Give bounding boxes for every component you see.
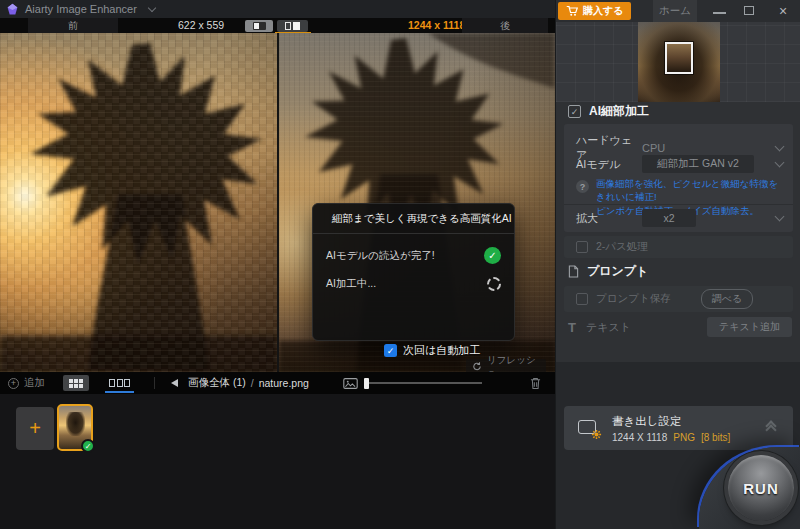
title-menu-chevron-icon[interactable] bbox=[148, 3, 156, 11]
image-thumbnail-nature[interactable]: ✓ bbox=[57, 404, 93, 451]
auto-process-checkbox[interactable]: ✓ bbox=[384, 344, 397, 357]
gear-icon bbox=[591, 429, 602, 440]
refresh-button[interactable]: リフレッシュ bbox=[466, 359, 546, 372]
export-size: 1244 X 1118 bbox=[612, 432, 667, 443]
maximize-button[interactable] bbox=[744, 6, 754, 15]
plus-glyph: + bbox=[11, 379, 16, 388]
dialog-title: 細部まで美しく再現できる高画質化AI bbox=[332, 212, 512, 226]
add-image-button[interactable]: + 追加 bbox=[8, 376, 45, 390]
check-glyph: ✓ bbox=[85, 442, 92, 451]
model-dropdown[interactable]: 細部加工 GAN v2 bbox=[642, 155, 754, 173]
bottom-toolbar: + 追加 画像全体 (1) / nature.png bbox=[0, 372, 555, 394]
plus-circle-icon: + bbox=[8, 378, 19, 389]
trash-icon bbox=[530, 377, 541, 390]
panel-divider bbox=[564, 204, 793, 205]
prompt-save-label: プロンプト保存 bbox=[596, 292, 671, 306]
two-pass-checkbox[interactable] bbox=[576, 241, 588, 253]
loading-spinner-icon bbox=[487, 277, 501, 291]
dialog-header: 細部まで美しく再現できる高画質化AI bbox=[313, 204, 514, 234]
view-mode-sidebyside-button[interactable] bbox=[245, 20, 273, 32]
refresh-icon bbox=[472, 361, 482, 372]
export-texts: 書き出し設定 1244 X 1118 PNG [8 bits] bbox=[612, 414, 730, 443]
export-format-line: 1244 X 1118 PNG [8 bits] bbox=[612, 432, 730, 443]
hardware-value: CPU bbox=[642, 142, 665, 154]
model-dropdown-chevron-icon[interactable] bbox=[775, 158, 785, 168]
breadcrumb-root[interactable]: 画像全体 (1) bbox=[188, 376, 246, 390]
model-value: 細部加工 GAN v2 bbox=[657, 157, 739, 171]
panel-bottom-zone: 書き出し設定 1244 X 1118 PNG [8 bits] RUN bbox=[556, 362, 800, 529]
tab-before[interactable]: 前 bbox=[28, 18, 118, 33]
text-add-button[interactable]: テキスト追加 bbox=[707, 317, 792, 337]
before-image bbox=[0, 33, 277, 372]
strip-view-button[interactable] bbox=[103, 375, 136, 391]
check-glyph: ✓ bbox=[488, 250, 496, 261]
app-logo-icon bbox=[6, 3, 19, 16]
settings-panel: 購入する ホーム × ✓ AI細部加工 ハードウェア CPU AIモデル bbox=[555, 0, 800, 529]
breadcrumb[interactable]: 画像全体 (1) / nature.png bbox=[188, 376, 309, 390]
tab-after[interactable]: 後 bbox=[462, 18, 548, 33]
dialog-step-processing: AI加工中... bbox=[326, 277, 501, 291]
thumbnail-size-control bbox=[343, 378, 482, 389]
prompt-save-row[interactable]: プロンプト保存 調べる bbox=[564, 286, 793, 312]
hardware-dropdown-chevron-icon[interactable] bbox=[775, 142, 785, 152]
navigator-image bbox=[638, 22, 720, 102]
buy-button[interactable]: 購入する bbox=[558, 2, 631, 20]
browse-label: 調べる bbox=[712, 293, 742, 304]
grid-view-button[interactable] bbox=[63, 375, 89, 391]
app-window: Aiarty Image Enhancer 前 622 x 559 1244 x… bbox=[0, 0, 800, 529]
hint-line1: 画像細部を強化、ピクセルと微細な特徴をきれいに補正! bbox=[596, 178, 778, 202]
minimize-button[interactable] bbox=[713, 12, 726, 14]
scale-dropdown[interactable]: x2 bbox=[642, 209, 696, 227]
strip-view-active-underline bbox=[105, 391, 134, 393]
prompt-section-header: プロンプト bbox=[568, 263, 648, 280]
add-label: 追加 bbox=[24, 376, 45, 390]
delete-button[interactable] bbox=[530, 377, 541, 390]
before-tab-label: 前 bbox=[68, 19, 78, 33]
split-view-icon bbox=[285, 22, 300, 30]
home-label: ホーム bbox=[659, 4, 691, 18]
cart-icon bbox=[566, 5, 578, 17]
slider-handle[interactable] bbox=[364, 378, 369, 389]
view-mode-split-button[interactable] bbox=[277, 20, 308, 32]
back-arrow-icon[interactable] bbox=[171, 379, 178, 387]
plus-glyph: + bbox=[29, 417, 41, 440]
scale-value: x2 bbox=[663, 212, 674, 224]
export-settings-bar[interactable]: 書き出し設定 1244 X 1118 PNG [8 bits] bbox=[564, 406, 793, 450]
thumbnail-size-slider[interactable] bbox=[364, 382, 482, 384]
processed-check-badge: ✓ bbox=[81, 439, 95, 453]
image-preview-area[interactable]: 細部まで美しく再現できる高画質化AI AIモデルの読込が完了! ✓ AI加工中.… bbox=[0, 33, 555, 372]
browse-button[interactable]: 調べる bbox=[701, 289, 753, 309]
image-size-icon bbox=[343, 378, 358, 389]
question-glyph: ? bbox=[580, 182, 586, 192]
sidebyside-icon bbox=[253, 22, 266, 30]
text-tool-icon: T bbox=[568, 320, 576, 335]
ai-progress-dialog: 細部まで美しく再現できる高画質化AI AIモデルの読込が完了! ✓ AI加工中.… bbox=[312, 203, 515, 341]
help-icon[interactable]: ? bbox=[576, 180, 589, 193]
export-expand-chevrons-icon[interactable] bbox=[767, 422, 775, 434]
after-tab-label: 後 bbox=[500, 19, 510, 33]
text-tool-row: T テキスト テキスト追加 bbox=[568, 317, 792, 337]
processing-text: AI加工中... bbox=[326, 277, 376, 291]
ai-detail-section[interactable]: ✓ AI細部加工 bbox=[568, 103, 649, 120]
close-button[interactable]: × bbox=[774, 2, 792, 20]
filmstrip: + ✓ bbox=[0, 394, 555, 529]
add-image-tile[interactable]: + bbox=[16, 407, 54, 450]
titlebar: Aiarty Image Enhancer bbox=[0, 0, 555, 18]
refresh-label: リフレッシュ bbox=[487, 354, 540, 373]
crop-region-box[interactable] bbox=[665, 42, 693, 74]
two-pass-row[interactable]: 2-パス処理 bbox=[564, 236, 793, 258]
run-label: RUN bbox=[743, 480, 779, 497]
thumbnail-image bbox=[66, 412, 85, 436]
home-button[interactable]: ホーム bbox=[653, 0, 697, 22]
scale-dropdown-chevron-icon[interactable] bbox=[775, 212, 785, 222]
dialog-step-model: AIモデルの読込が完了! ✓ bbox=[326, 247, 501, 264]
before-silhouette bbox=[0, 33, 277, 372]
export-settings-icon bbox=[578, 420, 600, 437]
model-loaded-text: AIモデルの読込が完了! bbox=[326, 249, 435, 263]
breadcrumb-file: nature.png bbox=[259, 377, 309, 389]
prompt-save-checkbox[interactable] bbox=[576, 293, 588, 305]
breadcrumb-separator: / bbox=[251, 377, 254, 389]
auto-process-checkbox-row[interactable]: ✓ 次回は自動加工 bbox=[384, 343, 480, 358]
ai-detail-checkbox[interactable]: ✓ bbox=[568, 105, 581, 118]
run-button[interactable]: RUN bbox=[728, 455, 794, 521]
